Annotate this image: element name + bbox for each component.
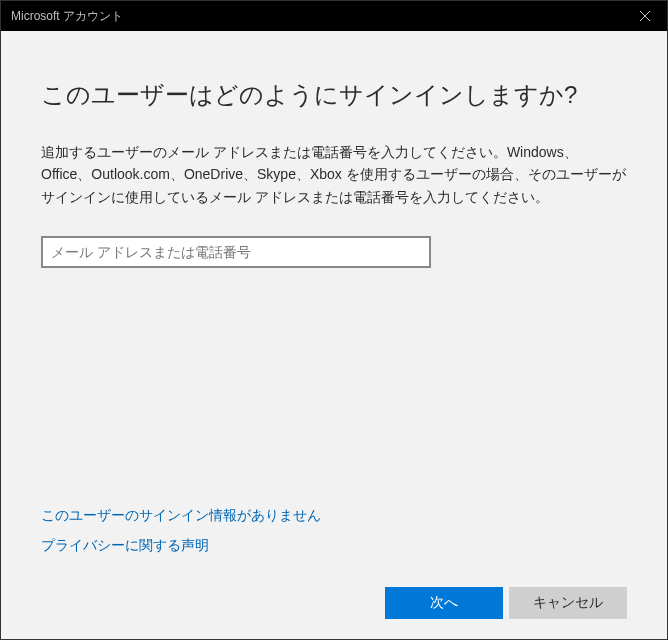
description-text: 追加するユーザーのメール アドレスまたは電話番号を入力してください。Window… — [41, 141, 627, 208]
titlebar: Microsoft アカウント — [1, 1, 667, 31]
email-or-phone-input[interactable] — [41, 236, 431, 268]
dialog-content: このユーザーはどのようにサインインしますか? 追加するユーザーのメール アドレス… — [1, 31, 667, 639]
close-icon — [640, 11, 650, 21]
next-button[interactable]: 次へ — [385, 587, 503, 619]
no-signin-info-link[interactable]: このユーザーのサインイン情報がありません — [41, 507, 627, 525]
links-section: このユーザーのサインイン情報がありません プライバシーに関する声明 — [41, 507, 627, 567]
close-button[interactable] — [622, 1, 667, 31]
content-spacer — [41, 268, 627, 507]
button-row: 次へ キャンセル — [41, 587, 627, 619]
page-title: このユーザーはどのようにサインインしますか? — [41, 79, 627, 111]
privacy-statement-link[interactable]: プライバシーに関する声明 — [41, 537, 627, 555]
dialog-window: Microsoft アカウント このユーザーはどのようにサインインしますか? 追… — [0, 0, 668, 640]
window-title: Microsoft アカウント — [11, 8, 123, 25]
cancel-button[interactable]: キャンセル — [509, 587, 627, 619]
